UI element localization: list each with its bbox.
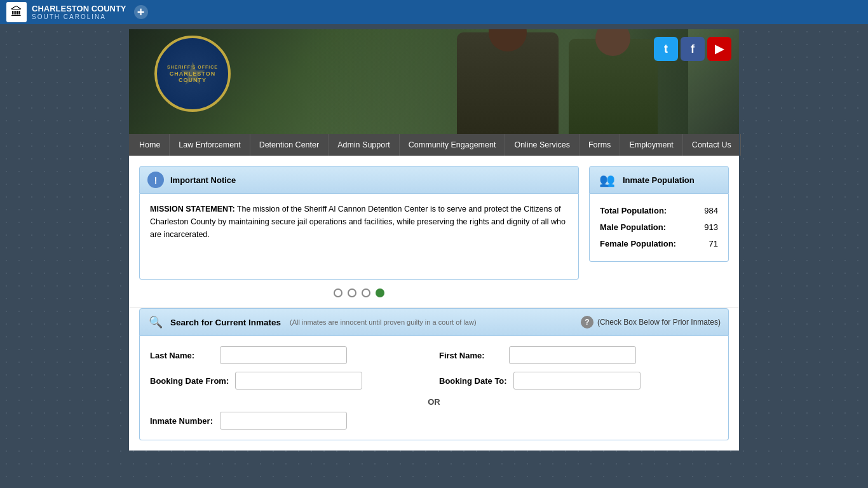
inmate-number-label: Inmate Number: [150,416,214,426]
male-population-row: Male Population: 913 [600,219,718,236]
nav-community-engagement[interactable]: Community Engagement [400,134,506,156]
last-name-input[interactable] [220,346,347,364]
nav-law-enforcement[interactable]: Law Enforcement [170,134,250,156]
plus-button[interactable]: + [134,5,148,19]
search-section: 🔍 Search for Current Inmates (All inmate… [129,308,739,451]
last-name-label: Last Name: [150,351,214,360]
notice-icon: ! [147,172,164,188]
navbar: Home Law Enforcement Detention Center Ad… [129,134,739,156]
county-name: CHARLESTON COUNTY [32,4,126,14]
twitter-button[interactable]: t [654,37,678,61]
county-logo: 🏛 [6,2,27,22]
first-name-input[interactable] [509,346,636,364]
content-area: ! Important Notice MISSION STATEMENT: Th… [129,156,739,308]
dot-3[interactable] [362,288,370,297]
dot-1[interactable] [334,288,342,297]
topbar: 🏛 CHARLESTON COUNTY SOUTH CAROLINA + [0,0,868,24]
name-row: Last Name: First Name: [150,346,718,364]
youtube-button[interactable]: ▶ [707,37,731,61]
female-population-row: Female Population: 71 [600,236,718,252]
help-icon[interactable]: ? [581,316,593,329]
booking-from-input[interactable] [235,372,362,390]
nav-contact-us[interactable]: Contact Us [683,134,741,156]
booking-to-label: Booking Date To: [439,376,507,386]
right-section: 👥 Inmate Population Total Population: 98… [589,166,729,297]
notice-bold: MISSION STATEMENT: [150,205,235,214]
search-header: 🔍 Search for Current Inmates (All inmate… [139,308,729,336]
search-magnify-icon: 🔍 [147,314,164,330]
badge-star-bg: ★ [179,55,207,92]
facebook-button[interactable]: f [681,37,705,61]
header-banner: ★ SHERIFF'S OFFICE CHARLESTON COUNTY t [129,29,739,134]
total-population-row: Total Population: 984 [600,203,718,219]
or-divider: OR [150,397,718,407]
nav-detention-center[interactable]: Detention Center [250,134,329,156]
booking-to-group: Booking Date To: [439,372,718,390]
notice-header: ! Important Notice [139,166,579,194]
inmate-body: Total Population: 984 Male Population: 9… [589,194,729,262]
booking-to-input[interactable] [513,372,641,390]
search-form: Last Name: First Name: Booking Date From… [139,336,729,440]
female-label: Female Population: [600,236,676,252]
prior-check-label: (Check Box Below for Prior Inmates) [597,318,721,327]
inmate-number-input[interactable] [220,412,347,430]
inmate-people-icon: 👥 [597,172,616,188]
nav-home[interactable]: Home [129,134,170,156]
male-value: 913 [704,219,718,236]
booking-from-group: Booking Date From: [150,372,429,390]
county-sub: SOUTH CAROLINA [32,13,126,20]
first-name-group: First Name: [439,346,718,364]
badge-circle: ★ SHERIFF'S OFFICE CHARLESTON COUNTY [154,36,231,112]
booking-row: Booking Date From: Booking Date To: [150,372,718,390]
nav-online-services[interactable]: Online Services [505,134,580,156]
social-icons: t f ▶ [654,37,731,61]
notice-body: MISSION STATEMENT: The mission of the Sh… [139,194,579,280]
inmate-header: 👥 Inmate Population [589,166,729,194]
male-label: Male Population: [600,219,666,236]
female-value: 71 [709,236,718,252]
sheriff-badge: ★ SHERIFF'S OFFICE CHARLESTON COUNTY [154,36,237,125]
last-name-group: Last Name: [150,346,429,364]
nav-employment[interactable]: Employment [620,134,682,156]
county-info: CHARLESTON COUNTY SOUTH CAROLINA [32,4,126,21]
inmate-number-row: Inmate Number: [150,412,718,430]
prior-inmates-check: ? (Check Box Below for Prior Inmates) [581,316,721,329]
pagination-dots [139,288,579,297]
nav-forms[interactable]: Forms [580,134,620,156]
officers-background [307,29,688,134]
nav-admin-support[interactable]: Admin Support [329,134,400,156]
dot-4[interactable] [376,288,384,297]
dot-2[interactable] [348,288,356,297]
search-subtitle: (All inmates are innocent until proven g… [290,318,476,326]
logo-emoji: 🏛 [11,6,22,19]
notice-title: Important Notice [170,175,236,185]
left-section: ! Important Notice MISSION STATEMENT: Th… [139,166,579,297]
total-label: Total Population: [600,203,667,219]
inmate-title: Inmate Population [623,175,695,185]
first-name-label: First Name: [439,351,503,360]
search-title: Search for Current Inmates [170,318,281,327]
total-value: 984 [704,203,718,219]
booking-from-label: Booking Date From: [150,376,229,386]
main-container: ★ SHERIFF'S OFFICE CHARLESTON COUNTY t [129,29,739,451]
